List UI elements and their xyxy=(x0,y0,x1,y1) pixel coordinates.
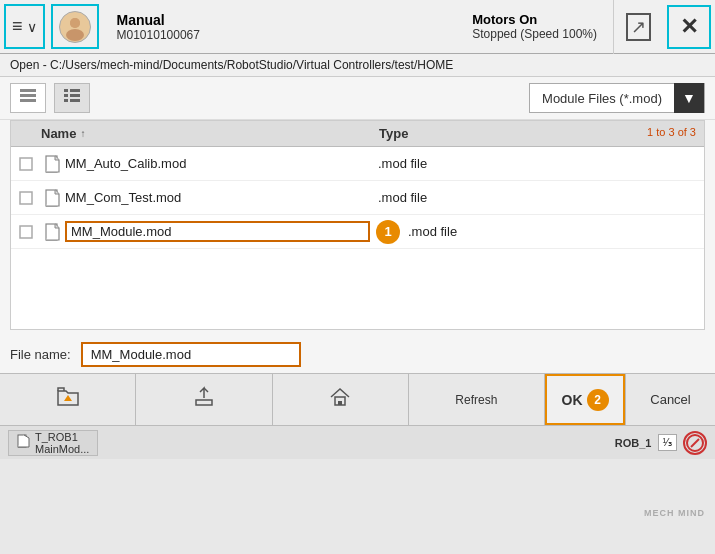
svg-point-2 xyxy=(70,18,80,28)
status-right: ROB_1 ¹⁄₃ xyxy=(615,431,707,455)
row-checkbox-1[interactable] xyxy=(11,157,41,171)
file-icon-2 xyxy=(41,189,65,207)
row-checkbox-2[interactable] xyxy=(11,191,41,205)
svg-rect-7 xyxy=(70,89,80,92)
table-row[interactable]: MM_Module.mod 1 .mod file xyxy=(11,215,704,249)
status-module-text: T_ROB1 MainMod... xyxy=(35,431,89,455)
status-rob1-label: T_ROB1 xyxy=(35,431,89,443)
table-row[interactable]: MM_Com_Test.mod .mod file xyxy=(11,181,704,215)
toolbar-row: Module Files (*.mod) ▼ xyxy=(0,77,715,120)
dialog: Module Files (*.mod) ▼ Name ↑ Type 1 to … xyxy=(0,77,715,425)
stopped-label: Stopped (Speed 100%) xyxy=(472,27,597,41)
upload-button[interactable] xyxy=(136,374,272,425)
file-name-3: MM_Module.mod xyxy=(65,221,370,242)
svg-rect-16 xyxy=(20,226,32,238)
svg-rect-5 xyxy=(20,99,36,102)
svg-rect-11 xyxy=(70,99,80,102)
file-icon-3 xyxy=(41,223,65,241)
status-module-item[interactable]: T_ROB1 MainMod... xyxy=(8,430,98,456)
svg-rect-21 xyxy=(338,401,342,405)
motors-label: Motors On xyxy=(472,12,597,27)
status-module-icon xyxy=(17,434,31,451)
svg-rect-19 xyxy=(196,400,212,405)
file-list-header: Name ↑ Type 1 to 3 of 3 xyxy=(11,121,704,147)
external-link-button[interactable]: ↗ xyxy=(613,0,663,54)
file-type-2: .mod file xyxy=(370,190,704,205)
file-type-1: .mod file xyxy=(370,156,704,171)
svg-rect-8 xyxy=(64,94,68,97)
manual-label: Manual xyxy=(117,12,441,28)
action-bar: Refresh OK 2 Cancel xyxy=(0,373,715,425)
open-folder-icon xyxy=(56,387,80,412)
svg-rect-6 xyxy=(64,89,68,92)
filter-label: Module Files (*.mod) xyxy=(530,91,674,106)
svg-rect-4 xyxy=(20,94,36,97)
svg-rect-3 xyxy=(20,89,36,92)
menu-button[interactable]: ≡ ∨ xyxy=(4,4,45,49)
row-checkbox-3[interactable] xyxy=(11,225,41,239)
controller-id: M01010100067 xyxy=(117,28,441,42)
svg-marker-18 xyxy=(64,395,72,401)
svg-rect-10 xyxy=(64,99,68,102)
status-mainmod-label: MainMod... xyxy=(35,443,89,455)
svg-rect-9 xyxy=(70,94,80,97)
detail-view-icon xyxy=(62,86,82,110)
list-view-button[interactable] xyxy=(10,83,46,113)
ok-label: OK xyxy=(562,392,583,408)
detail-view-button[interactable] xyxy=(54,83,90,113)
avatar-button[interactable] xyxy=(51,4,99,49)
rob-label: ROB_1 xyxy=(615,437,652,449)
avatar xyxy=(59,11,91,43)
file-name-2: MM_Com_Test.mod xyxy=(65,190,370,205)
svg-rect-14 xyxy=(20,192,32,204)
cancel-label: Cancel xyxy=(650,392,690,407)
filename-label: File name: xyxy=(10,347,71,362)
top-bar: ≡ ∨ Manual M01010100067 Motors On Stoppe… xyxy=(0,0,715,54)
upload-icon xyxy=(193,386,215,413)
filename-row: File name: xyxy=(0,336,715,373)
table-row[interactable]: MM_Auto_Calib.mod .mod file xyxy=(11,147,704,181)
filename-input[interactable] xyxy=(81,342,301,367)
external-link-icon: ↗ xyxy=(626,13,651,41)
selection-badge-1: 1 xyxy=(376,220,400,244)
hamburger-icon: ≡ xyxy=(12,16,23,37)
cancel-button[interactable]: Cancel xyxy=(625,374,715,425)
file-type-3: .mod file xyxy=(400,224,704,239)
fraction-display: ¹⁄₃ xyxy=(658,434,678,451)
file-list: Name ↑ Type 1 to 3 of 3 MM_Auto_Calib.mo… xyxy=(10,120,705,330)
status-circle-icon xyxy=(683,431,707,455)
svg-point-1 xyxy=(66,29,84,41)
col-count: 1 to 3 of 3 xyxy=(639,124,704,143)
ok-button[interactable]: OK 2 xyxy=(545,374,625,425)
status-bar: T_ROB1 MainMod... MECH MIND ROB_1 ¹⁄₃ xyxy=(0,425,715,459)
list-view-icon xyxy=(18,86,38,110)
status-info: Motors On Stopped (Speed 100%) xyxy=(456,0,613,53)
col-name-header: Name ↑ xyxy=(11,124,371,143)
watermark: MECH MIND xyxy=(644,508,705,518)
filter-dropdown[interactable]: Module Files (*.mod) ▼ xyxy=(529,83,705,113)
open-folder-button[interactable] xyxy=(0,374,136,425)
svg-rect-12 xyxy=(20,158,32,170)
home-button[interactable] xyxy=(273,374,409,425)
file-name-1: MM_Auto_Calib.mod xyxy=(65,156,370,171)
controller-info: Manual M01010100067 xyxy=(101,0,457,53)
ok-badge: 2 xyxy=(587,389,609,411)
filter-arrow-icon: ▼ xyxy=(674,83,704,113)
path-bar: Open - C:/Users/mech-mind/Documents/Robo… xyxy=(0,54,715,77)
chevron-down-icon: ∨ xyxy=(27,19,37,35)
close-button[interactable]: ✕ xyxy=(667,5,711,49)
refresh-button[interactable]: Refresh xyxy=(409,374,545,425)
file-icon-1 xyxy=(41,155,65,173)
svg-line-24 xyxy=(691,439,699,447)
sort-icon: ↑ xyxy=(80,128,85,139)
col-type-header: Type xyxy=(371,124,639,143)
refresh-label: Refresh xyxy=(455,393,497,407)
path-text: Open - C:/Users/mech-mind/Documents/Robo… xyxy=(10,58,453,72)
header-icons: ↗ ✕ xyxy=(613,0,715,53)
home-icon xyxy=(329,386,351,413)
close-icon: ✕ xyxy=(680,14,698,40)
